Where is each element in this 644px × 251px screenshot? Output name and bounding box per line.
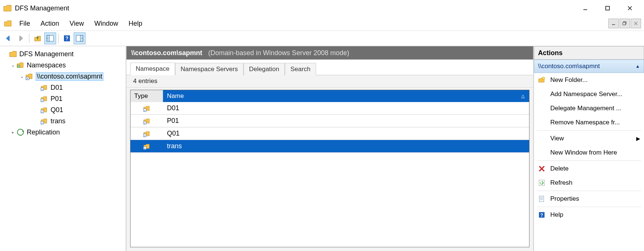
- namespace-icon: [25, 72, 33, 80]
- tab-namespace[interactable]: Namespace: [130, 63, 175, 75]
- folder-link-icon: [40, 95, 48, 103]
- center-header: \\contoso.com\sapmnt (Domain-based in Wi…: [126, 46, 533, 60]
- list-row[interactable]: Q01: [131, 127, 529, 140]
- action-help[interactable]: ? Help: [534, 208, 644, 222]
- mmc-icon: [4, 19, 12, 28]
- delete-icon: [538, 165, 546, 173]
- tree-namespaces[interactable]: ⌄ Namespaces: [1, 60, 124, 71]
- center-pane: \\contoso.com\sapmnt (Domain-based in Wi…: [126, 46, 534, 251]
- new-folder-icon: [538, 76, 546, 84]
- toolbar-separator-2: [58, 34, 59, 43]
- action-label: Delete: [550, 165, 569, 172]
- svg-point-15: [17, 65, 20, 67]
- folder-link-icon: [40, 83, 48, 92]
- help-button[interactable]: ?: [61, 32, 73, 44]
- tree-folder-label: trans: [51, 117, 65, 125]
- tree-pane[interactable]: ▶ DFS Management ⌄ Namespaces ⌄ \\contos…: [0, 46, 126, 251]
- menu-bar: File Action View Window Help: [0, 16, 644, 31]
- row-name: trans: [163, 142, 529, 150]
- mdi-minimize-button[interactable]: [608, 19, 619, 28]
- forward-button[interactable]: [15, 32, 27, 44]
- window-controls: [574, 1, 641, 15]
- main-area: ▶ DFS Management ⌄ Namespaces ⌄ \\contos…: [0, 46, 644, 251]
- action-label: Add Namespace Server...: [550, 90, 622, 98]
- row-type-icon: [131, 130, 163, 137]
- list-row[interactable]: trans: [131, 140, 529, 153]
- action-label: Refresh: [550, 179, 573, 187]
- toolbar: ?: [0, 31, 644, 46]
- tree-folder-q01[interactable]: ▶ Q01: [1, 104, 124, 115]
- tree-folder-label: P01: [51, 95, 62, 103]
- maximize-button[interactable]: [596, 1, 619, 15]
- menu-file[interactable]: File: [14, 18, 35, 30]
- svg-text:?: ?: [65, 35, 69, 41]
- action-label: Properties: [550, 195, 579, 203]
- center-header-path: \\contoso.com\sapmnt: [131, 49, 202, 57]
- tree-namespace-path[interactable]: ⌄ \\contoso.com\sapmnt: [1, 71, 124, 82]
- minimize-button[interactable]: [574, 1, 596, 15]
- tree-namespace-path-label: \\contoso.com\sapmnt: [36, 72, 103, 81]
- action-refresh[interactable]: Refresh: [534, 176, 644, 190]
- tree-replication[interactable]: ▸ Replication: [1, 127, 124, 138]
- tree-root[interactable]: ▶ DFS Management: [1, 48, 124, 60]
- actions-separator: [537, 130, 641, 131]
- action-new-folder[interactable]: New Folder...: [534, 73, 644, 87]
- action-add-namespace-server[interactable]: Add Namespace Server...: [534, 87, 644, 101]
- mdi-restore-button[interactable]: [619, 19, 630, 28]
- list-row[interactable]: D01: [131, 102, 529, 115]
- refresh-icon: [538, 179, 546, 187]
- properties-icon: [538, 195, 546, 203]
- submenu-arrow-icon: ▶: [636, 136, 640, 142]
- list-header[interactable]: Type Name △: [131, 90, 529, 102]
- tree-folder-trans[interactable]: ▶ trans: [1, 115, 124, 127]
- actions-title: Actions: [534, 46, 644, 60]
- actions-context-header[interactable]: \\contoso.com\sapmnt ▲: [534, 60, 644, 73]
- action-view[interactable]: View ▶: [534, 131, 644, 146]
- expand-icon[interactable]: ⌄: [10, 63, 16, 68]
- action-remove-namespace[interactable]: Remove Namespace fr...: [534, 115, 644, 130]
- tab-delegation[interactable]: Delegation: [244, 63, 285, 75]
- row-name: D01: [163, 104, 529, 112]
- action-label: Remove Namespace fr...: [550, 119, 620, 126]
- tree-folder-p01[interactable]: ▶ P01: [1, 93, 124, 104]
- blank-icon: [538, 118, 546, 127]
- list-row[interactable]: P01: [131, 115, 529, 127]
- back-button[interactable]: [2, 32, 14, 44]
- menu-window[interactable]: Window: [89, 18, 123, 30]
- action-delegate-management[interactable]: Delegate Management ...: [534, 101, 644, 115]
- column-type[interactable]: Type: [131, 90, 163, 102]
- tab-namespace-servers[interactable]: Namespace Servers: [175, 63, 244, 75]
- tab-row: Namespace Namespace Servers Delegation S…: [126, 60, 533, 75]
- action-label: Help: [550, 211, 563, 219]
- window-title: DFS Management: [15, 4, 69, 12]
- toolbar-separator: [29, 34, 29, 43]
- row-type-icon: [131, 143, 163, 150]
- up-button[interactable]: [32, 32, 44, 44]
- blank-icon: [538, 134, 546, 143]
- close-button[interactable]: [619, 1, 641, 15]
- list-box[interactable]: Type Name △ D01 P01 Q01: [130, 90, 529, 247]
- entries-count: 4 entries: [126, 75, 533, 88]
- svg-point-26: [542, 77, 545, 80]
- folder-link-icon: [40, 106, 48, 114]
- mdi-close-button[interactable]: [631, 19, 641, 28]
- column-name[interactable]: Name △: [163, 92, 529, 100]
- app-icon: [3, 4, 12, 13]
- menu-help[interactable]: Help: [123, 18, 148, 30]
- svg-text:?: ?: [540, 213, 543, 218]
- collapse-icon[interactable]: ▲: [635, 64, 640, 69]
- actions-separator: [537, 161, 641, 161]
- show-hide-action-pane-button[interactable]: [74, 32, 86, 44]
- action-new-window[interactable]: New Window from Here: [534, 146, 644, 160]
- show-hide-tree-button[interactable]: [44, 32, 56, 44]
- tree-folder-d01[interactable]: ▶ D01: [1, 82, 124, 93]
- expand-icon[interactable]: ▸: [10, 130, 16, 135]
- tab-search[interactable]: Search: [285, 63, 316, 75]
- action-delete[interactable]: Delete: [534, 162, 644, 176]
- expand-icon[interactable]: ⌄: [19, 74, 25, 79]
- row-name: P01: [163, 117, 529, 125]
- menu-action[interactable]: Action: [35, 18, 64, 30]
- tree-folder-label: Q01: [51, 106, 63, 114]
- action-properties[interactable]: Properties: [534, 192, 644, 206]
- menu-view[interactable]: View: [64, 18, 89, 30]
